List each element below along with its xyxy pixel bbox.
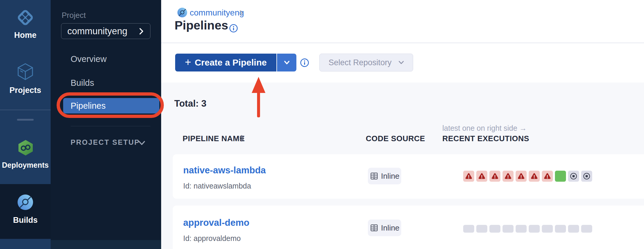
chevron-down-icon[interactable] [138, 139, 146, 148]
rail-item-builds[interactable]: Builds [0, 216, 51, 225]
project-setup-section[interactable]: PROJECT SETUP [71, 138, 140, 147]
title-info-icon[interactable] [229, 24, 238, 34]
execution-empty-tile[interactable] [568, 225, 579, 233]
rail-item-projects[interactable]: Projects [0, 86, 51, 95]
sidebar-divider [71, 126, 150, 126]
execution-failed-tile[interactable] [503, 171, 514, 182]
column-header-code-source: CODE SOURCE [366, 134, 425, 143]
execution-stopped-tile[interactable] [568, 171, 579, 182]
page-title: Pipelines [175, 18, 228, 32]
sidebar-footer-strip [51, 240, 161, 249]
execution-failed-tile[interactable] [542, 171, 553, 182]
execution-empty-tile[interactable] [555, 225, 566, 233]
chevron-right-icon [137, 27, 145, 35]
execution-failed-tile[interactable] [516, 171, 527, 182]
breadcrumb-project-link[interactable]: communityeng [190, 8, 244, 18]
code-source-label: Inline [381, 172, 399, 181]
project-sidebar: Project communityeng Overview Builds Pip… [51, 0, 161, 249]
create-pipeline-split-button: + Create a Pipeline [175, 54, 296, 71]
total-count: Total: 3 [174, 98, 206, 109]
module-rail: Home Projects Deploymen [0, 0, 51, 249]
deployments-icon [18, 139, 34, 157]
pipeline-id: Id: approvaldemo [183, 234, 241, 243]
code-source-label: Inline [381, 223, 399, 233]
rail-item-deployments[interactable]: Deployments [0, 161, 51, 169]
chevron-down-icon [283, 59, 291, 66]
create-pipeline-label: Create a Pipeline [195, 57, 267, 68]
execution-empty-tile[interactable] [489, 225, 500, 233]
pipeline-name-link[interactable]: native-aws-lambda [183, 165, 266, 176]
column-header-recent-executions: RECENT EXECUTIONS [442, 134, 529, 143]
pipeline-row[interactable]: native-aws-lambda Id: nativeawslambda In… [173, 154, 644, 199]
execution-empty-tile[interactable] [503, 225, 514, 233]
execution-success-tile[interactable] [555, 171, 566, 182]
create-pipeline-button[interactable]: + Create a Pipeline [175, 54, 276, 71]
executions-order-note: latest one on right side → [442, 124, 527, 133]
project-avatar-icon [177, 7, 187, 19]
rail-dash-divider [17, 119, 34, 121]
execution-empty-tile[interactable] [476, 225, 487, 233]
execution-empty-tile[interactable] [516, 225, 527, 233]
plus-icon: + [185, 57, 191, 68]
breadcrumb-chevron: › [239, 5, 243, 19]
sidebar-item-pipelines[interactable]: Pipelines [63, 98, 159, 113]
project-selector-value: communityeng [67, 26, 127, 37]
recent-executions [463, 225, 592, 233]
project-selector[interactable]: communityeng [61, 23, 150, 39]
execution-empty-tile[interactable] [581, 225, 592, 233]
header-divider [161, 43, 644, 43]
home-icon [16, 8, 35, 28]
create-pipeline-dropdown-button[interactable] [277, 54, 296, 71]
recent-executions [463, 171, 592, 182]
execution-stopped-tile[interactable] [581, 171, 592, 182]
sidebar-item-builds[interactable]: Builds [71, 78, 94, 88]
builds-icon [17, 194, 33, 211]
toolbar-info-icon[interactable] [300, 58, 309, 69]
sort-icon[interactable] [239, 135, 244, 144]
rail-divider [0, 110, 51, 110]
execution-empty-tile[interactable] [542, 225, 553, 233]
select-repository-value: Select Repository [329, 58, 392, 67]
select-repository-dropdown[interactable]: Select Repository [319, 54, 413, 71]
rail-active-highlight [0, 184, 51, 239]
execution-empty-tile[interactable] [529, 225, 540, 233]
execution-failed-tile[interactable] [529, 171, 540, 182]
pipeline-id: Id: nativeawslambda [183, 182, 251, 190]
code-source-badge: Inline [368, 220, 401, 236]
execution-failed-tile[interactable] [476, 171, 487, 182]
execution-empty-tile[interactable] [463, 225, 474, 233]
sidebar-item-pipelines-label: Pipelines [71, 101, 106, 111]
execution-failed-tile[interactable] [463, 171, 474, 182]
inline-source-icon [370, 223, 379, 232]
project-label: Project [62, 11, 86, 20]
pipeline-row[interactable]: approval-demo Id: approvaldemo Inline [173, 206, 644, 249]
chevron-down-icon [397, 59, 405, 66]
pipeline-name-link[interactable]: approval-demo [183, 217, 249, 228]
projects-cube-icon [17, 63, 34, 82]
code-source-badge: Inline [368, 168, 401, 184]
rail-item-home[interactable]: Home [0, 31, 51, 40]
inline-source-icon [370, 172, 379, 180]
column-header-pipeline-name[interactable]: PIPELINE NAME [183, 134, 245, 143]
main-content: communityeng › Pipelines + Create a Pipe… [161, 0, 644, 249]
execution-failed-tile[interactable] [489, 171, 500, 182]
sidebar-item-overview[interactable]: Overview [71, 54, 107, 64]
